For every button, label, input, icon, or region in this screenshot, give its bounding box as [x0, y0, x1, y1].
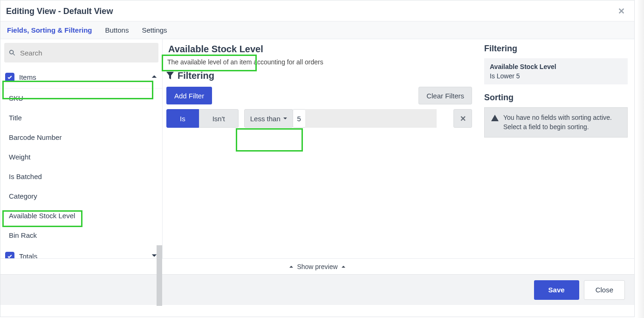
- group-totals[interactable]: Totals: [0, 245, 162, 258]
- tab-buttons[interactable]: Buttons: [105, 26, 129, 34]
- field-sku[interactable]: SKU: [0, 89, 162, 108]
- search-icon: [9, 49, 15, 56]
- sorting-alert-text: You have no fields with sorting active. …: [503, 113, 621, 131]
- field-bin-rack[interactable]: Bin Rack: [0, 226, 162, 245]
- dialog-header: Editing View - Default View ✕: [0, 0, 634, 21]
- filter-isnt-toggle[interactable]: Isn't: [199, 109, 239, 128]
- comparator-dropdown[interactable]: Less than: [244, 109, 293, 128]
- caret-down-icon: [283, 117, 287, 120]
- filter-value-extension: [305, 109, 437, 128]
- right-panel: Filtering Available Stock Level Is Lower…: [480, 39, 634, 258]
- search-input-wrap[interactable]: [4, 43, 158, 62]
- right-filtering-heading: Filtering: [484, 44, 628, 54]
- group-items-label: Items: [19, 73, 36, 81]
- scrollbar-thumb[interactable]: [157, 245, 162, 306]
- checkbox-totals[interactable]: [5, 252, 14, 259]
- checkbox-items[interactable]: [5, 73, 14, 82]
- page-shadow: [637, 0, 644, 318]
- filter-summary-card[interactable]: Available Stock Level Is Lower 5: [484, 58, 628, 84]
- filter-icon: [166, 72, 174, 80]
- warning-icon: [491, 114, 499, 122]
- filtering-heading: Filtering: [166, 70, 472, 81]
- filter-value-input[interactable]: 5: [293, 109, 306, 128]
- clear-filters-button[interactable]: Clear Filters: [418, 87, 472, 104]
- right-sorting-heading: Sorting: [484, 93, 628, 103]
- check-icon: [7, 75, 13, 80]
- field-available-stock-level[interactable]: Available Stock Level: [0, 206, 162, 226]
- filter-row: Is Isn't Less than 5 ✕: [166, 109, 472, 128]
- detail-title: Available Stock Level: [166, 43, 265, 55]
- comparator-label: Less than: [250, 115, 281, 123]
- field-is-batched[interactable]: Is Batched: [0, 167, 162, 187]
- save-button[interactable]: Save: [534, 280, 579, 300]
- field-barcode[interactable]: Barcode Number: [0, 128, 162, 147]
- filter-summary-title: Available Stock Level: [490, 63, 622, 70]
- fields-sidebar: Items SKU Title Barcode Number Weight Is…: [0, 39, 163, 258]
- chevron-up-icon: [151, 73, 158, 81]
- check-icon: [7, 254, 13, 259]
- filter-is-toggle[interactable]: Is: [166, 109, 199, 128]
- field-category[interactable]: Category: [0, 187, 162, 206]
- filter-summary-text: Is Lower 5: [490, 72, 622, 80]
- dialog-footer: Save Close: [0, 274, 634, 305]
- caret-up-icon: [289, 265, 293, 269]
- close-icon: ✕: [618, 7, 625, 16]
- tab-settings[interactable]: Settings: [142, 26, 167, 34]
- show-preview-label: Show preview: [297, 263, 337, 270]
- field-title[interactable]: Title: [0, 108, 162, 128]
- group-totals-label: Totals: [19, 252, 37, 258]
- filtering-heading-text: Filtering: [178, 70, 214, 81]
- delete-filter-button[interactable]: ✕: [453, 109, 472, 128]
- field-detail-panel: Available Stock Level The available leve…: [163, 39, 480, 258]
- tab-fields-sorting-filtering[interactable]: Fields, Sorting & Filtering: [7, 26, 92, 34]
- tab-bar: Fields, Sorting & Filtering Buttons Sett…: [0, 21, 634, 39]
- close-icon: ✕: [460, 114, 466, 123]
- detail-description: The available level of an item accountin…: [167, 58, 472, 66]
- show-preview-toggle[interactable]: Show preview: [0, 258, 634, 274]
- dialog-title: Editing View - Default View: [6, 7, 113, 16]
- caret-up-icon: [342, 265, 345, 269]
- sorting-empty-alert: You have no fields with sorting active. …: [484, 107, 628, 138]
- close-button-footer[interactable]: Close: [584, 280, 625, 300]
- field-weight[interactable]: Weight: [0, 147, 162, 167]
- search-input[interactable]: [19, 48, 154, 57]
- close-button[interactable]: ✕: [614, 4, 629, 18]
- group-items[interactable]: Items: [0, 66, 162, 89]
- add-filter-button[interactable]: Add Filter: [166, 87, 212, 104]
